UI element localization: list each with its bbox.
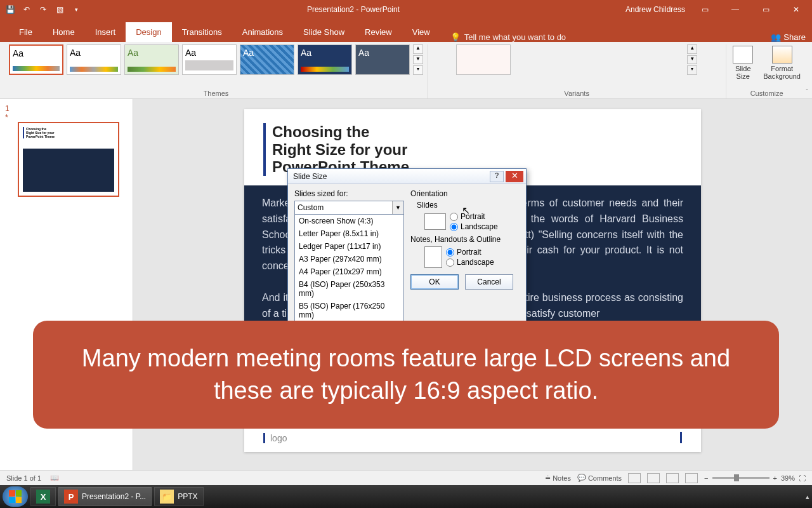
theme-thumb[interactable]: Aa (124, 44, 179, 75)
size-option[interactable]: B5 (ISO) Paper (176x250 mm) (295, 300, 403, 321)
user-name[interactable]: Andrew Childress (625, 5, 685, 14)
tab-home[interactable]: Home (43, 22, 85, 42)
excel-icon: X (36, 490, 50, 504)
minimize-button[interactable]: — (724, 5, 746, 14)
theme-thumb[interactable]: Aa (182, 44, 237, 75)
theme-thumb[interactable]: Aa (240, 44, 294, 75)
portrait-label: Portrait (457, 248, 481, 257)
reading-view-button[interactable] (666, 473, 679, 483)
ribbon-tabs: File Home Insert Design Transitions Anim… (0, 19, 812, 42)
comments-button[interactable]: 💬Comments (577, 474, 622, 482)
variant-thumb[interactable] (456, 44, 511, 75)
tell-me-placeholder: Tell me what you want to do (464, 32, 566, 42)
taskbar-app-powerpoint[interactable]: PPresentation2 - P... (58, 487, 152, 506)
size-option[interactable]: Ledger Paper (11x17 in) (295, 240, 403, 253)
undo-icon[interactable]: ↶ (22, 4, 32, 15)
theme-thumb[interactable]: Aa (298, 44, 352, 75)
title-bar: 💾 ↶ ↷ ▧ ▾ Presentation2 - PowerPoint And… (0, 0, 812, 19)
slide-counter[interactable]: Slide 1 of 1 (6, 474, 41, 482)
variants-gallery[interactable]: ▲▼▾ (456, 44, 697, 75)
notes-landscape-radio[interactable]: Landscape (446, 258, 494, 267)
size-option[interactable]: A4 Paper (210x297 mm) (295, 265, 403, 278)
zoom-in-button[interactable]: + (773, 474, 777, 482)
collapse-ribbon-icon[interactable]: ˆ (806, 88, 808, 96)
slides-portrait-radio[interactable]: Portrait (450, 212, 498, 221)
slide-thumbnail[interactable]: Choosing theRight Size for yourPowerPoin… (18, 122, 119, 197)
size-option[interactable]: Letter Paper (8.5x11 in) (295, 227, 403, 240)
slides-landscape-radio[interactable]: Landscape (450, 222, 498, 231)
zoom-level[interactable]: 39% (781, 474, 795, 482)
format-background-icon (772, 46, 792, 64)
fit-to-window-button[interactable]: ⛶ (799, 474, 806, 482)
thumbnail-number: 1 (5, 104, 10, 113)
dialog-titlebar[interactable]: Slide Size ? ✕ (288, 169, 526, 184)
notes-button[interactable]: ≐Notes (545, 474, 571, 482)
gallery-scroll-up-icon[interactable]: ▲ (687, 44, 697, 54)
theme-thumb[interactable]: Aa (67, 44, 121, 75)
taskbar-app-explorer[interactable]: 📁PPTX (154, 487, 203, 506)
ribbon-display-options-icon[interactable]: ▭ (694, 5, 716, 14)
slide-footer-logo[interactable]: logo (263, 433, 287, 443)
cancel-button[interactable]: Cancel (465, 274, 513, 290)
share-label: Share (783, 32, 806, 42)
start-from-beginning-icon[interactable]: ▧ (55, 4, 65, 15)
tab-insert[interactable]: Insert (85, 22, 126, 42)
slide-sorter-view-button[interactable] (647, 473, 660, 483)
status-bar: Slide 1 of 1 📖 ≐Notes 💬Comments − + 39% … (0, 470, 812, 485)
tell-me-search[interactable]: 💡 Tell me what you want to do (450, 32, 566, 42)
maximize-button[interactable]: ▭ (755, 5, 776, 14)
close-button[interactable]: ✕ (785, 5, 807, 14)
normal-view-button[interactable] (628, 473, 641, 483)
show-hidden-icons[interactable]: ▴ (806, 493, 809, 501)
theme-thumb[interactable]: Aa (355, 44, 410, 75)
taskbar-app-excel[interactable]: X (30, 487, 56, 506)
share-icon: 👥 (771, 32, 781, 42)
gallery-more-icon[interactable]: ▾ (687, 65, 697, 75)
slideshow-view-button[interactable] (685, 473, 698, 483)
qat-dropdown-icon[interactable]: ▾ (71, 4, 81, 15)
combo-selected-value: Custom (298, 203, 324, 212)
gallery-scroll-up-icon[interactable]: ▲ (413, 44, 423, 54)
size-option[interactable]: B4 (ISO) Paper (250x353 mm) (295, 278, 403, 300)
share-button[interactable]: 👥 Share (771, 32, 806, 42)
size-option[interactable]: A3 Paper (297x420 mm) (295, 253, 403, 265)
size-option[interactable]: On-screen Show (4:3) (295, 215, 403, 227)
tab-design[interactable]: Design (126, 22, 171, 42)
orientation-preview-icon (424, 246, 442, 268)
save-icon[interactable]: 💾 (5, 4, 15, 15)
slide-size-button[interactable]: Slide Size (730, 44, 756, 81)
spellcheck-icon[interactable]: 📖 (50, 474, 59, 482)
dialog-close-button[interactable]: ✕ (506, 171, 523, 182)
tab-slideshow[interactable]: Slide Show (293, 22, 355, 42)
redo-icon[interactable]: ↷ (38, 4, 48, 15)
thumbnail-star: * (5, 113, 10, 122)
slides-sized-for-combo[interactable]: Custom ▼ (294, 201, 404, 215)
themes-gallery[interactable]: Aa Aa Aa Aa Aa Aa Aa ▲▼▾ (9, 44, 423, 75)
tab-file[interactable]: File (9, 22, 43, 42)
gallery-more-icon[interactable]: ▾ (413, 65, 423, 75)
format-background-button[interactable]: Format Background (761, 44, 803, 81)
gallery-scroll-down-icon[interactable]: ▼ (413, 55, 423, 65)
zoom-out-button[interactable]: − (704, 474, 708, 482)
gallery-scroll-down-icon[interactable]: ▼ (687, 55, 697, 65)
tab-review[interactable]: Review (355, 22, 402, 42)
theme-aa-label: Aa (185, 48, 233, 58)
tab-view[interactable]: View (402, 22, 440, 42)
theme-aa-label: Aa (13, 48, 60, 58)
tab-transitions[interactable]: Transitions (172, 22, 232, 42)
notes-orientation-label: Notes, Handouts & Outline (410, 235, 520, 244)
theme-thumb[interactable]: Aa (9, 44, 63, 75)
notes-portrait-radio[interactable]: Portrait (446, 248, 494, 257)
format-background-label: Format Background (763, 65, 801, 80)
slides-orientation-label: Slides (417, 201, 520, 210)
slide-size-icon (733, 46, 753, 64)
ok-button[interactable]: OK (410, 274, 459, 290)
theme-aa-label: Aa (128, 48, 176, 58)
zoom-slider[interactable] (712, 477, 769, 479)
theme-aa-label: Aa (301, 48, 349, 58)
start-button[interactable] (3, 486, 28, 507)
notes-label: Notes (553, 474, 571, 482)
chevron-down-icon[interactable]: ▼ (392, 201, 403, 214)
tab-animations[interactable]: Animations (232, 22, 293, 42)
dialog-help-button[interactable]: ? (490, 171, 504, 182)
